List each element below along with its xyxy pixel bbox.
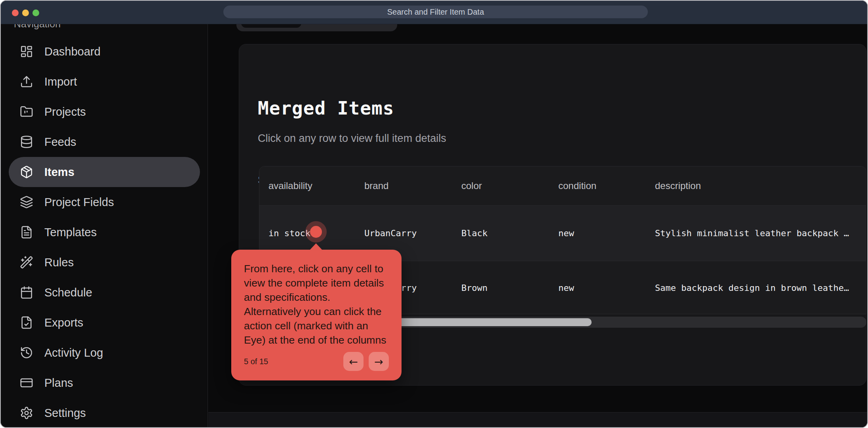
sidebar-item-activity-log[interactable]: Activity Log bbox=[9, 338, 200, 368]
column-header-color[interactable]: color bbox=[452, 180, 549, 191]
projects-icon bbox=[20, 105, 33, 118]
sidebar-item-label: Dashboard bbox=[44, 45, 101, 58]
sidebar-item-import[interactable]: Import bbox=[9, 67, 200, 97]
cell-condition[interactable]: new bbox=[549, 228, 646, 238]
dashboard-icon bbox=[20, 45, 33, 58]
minimize-window-button[interactable] bbox=[22, 10, 29, 16]
column-header-description[interactable]: description bbox=[646, 180, 866, 191]
feeds-icon bbox=[20, 135, 33, 149]
column-header-condition[interactable]: condition bbox=[549, 180, 646, 191]
tour-highlight-dot bbox=[310, 226, 322, 238]
sidebar-item-rules[interactable]: Rules bbox=[9, 247, 200, 277]
sidebar-nav: Dashboard Import Projects Feeds bbox=[1, 36, 208, 428]
tour-highlight-dot-ring bbox=[305, 221, 327, 243]
sidebar-item-exports[interactable]: Exports bbox=[9, 308, 200, 338]
cell-color[interactable]: Brown bbox=[452, 283, 549, 293]
schedule-icon bbox=[20, 286, 33, 299]
sidebar-item-schedule[interactable]: Schedule bbox=[9, 277, 200, 308]
sidebar-item-projects[interactable]: Projects bbox=[9, 97, 200, 127]
items-icon bbox=[20, 165, 33, 179]
sidebar-item-label: Feeds bbox=[44, 136, 76, 149]
page-title: Merged Items bbox=[258, 97, 394, 119]
import-icon bbox=[20, 75, 33, 88]
sidebar-item-label: Activity Log bbox=[44, 346, 103, 359]
sidebar-item-plans[interactable]: Plans bbox=[9, 368, 200, 398]
sidebar-item-label: Plans bbox=[44, 376, 73, 390]
cell-description[interactable]: Stylish minimalist leather backpack … bbox=[646, 228, 866, 238]
tour-next-button[interactable]: → bbox=[369, 352, 389, 371]
sidebar-item-label: Items bbox=[44, 166, 74, 179]
sidebar-item-label: Templates bbox=[44, 226, 97, 239]
page-subtitle: Click on any row to view full item detai… bbox=[258, 132, 446, 145]
close-window-button[interactable] bbox=[12, 10, 19, 16]
tooltip-footer: 5 of 15 ← → bbox=[244, 352, 389, 371]
tour-prev-button[interactable]: ← bbox=[343, 352, 364, 371]
window-titlebar: Search and Filter Item Data bbox=[1, 1, 867, 24]
sidebar-item-dashboard[interactable]: Dashboard bbox=[9, 36, 200, 67]
zoom-window-button[interactable] bbox=[32, 10, 39, 16]
sidebar-item-feeds[interactable]: Feeds bbox=[9, 127, 200, 157]
tooltip-text: From here, click on any cell to view the… bbox=[244, 262, 389, 347]
rules-icon bbox=[20, 256, 33, 269]
sidebar-item-settings[interactable]: Settings bbox=[9, 398, 200, 428]
sidebar: Navigation Dashboard Import Projects bbox=[1, 1, 208, 428]
sidebar-item-label: Projects bbox=[44, 105, 86, 118]
exports-icon bbox=[20, 316, 33, 329]
column-header-brand[interactable]: brand bbox=[355, 180, 452, 191]
table-header-row: availability brand color condition descr… bbox=[259, 166, 866, 206]
app-window: Navigation Dashboard Import Projects bbox=[0, 0, 868, 428]
sidebar-item-templates[interactable]: Templates bbox=[9, 217, 200, 247]
sidebar-item-label: Project Fields bbox=[44, 196, 114, 209]
window-title-pill: Search and Filter Item Data bbox=[223, 6, 648, 18]
plans-icon bbox=[20, 376, 33, 390]
sidebar-item-label: Import bbox=[44, 75, 77, 88]
sidebar-item-label: Schedule bbox=[44, 286, 92, 299]
sidebar-item-items[interactable]: Items bbox=[9, 157, 200, 187]
templates-icon bbox=[20, 225, 33, 239]
tour-tooltip: From here, click on any cell to view the… bbox=[231, 250, 402, 380]
cell-brand[interactable]: UrbanCarry bbox=[355, 228, 452, 238]
activity-log-icon bbox=[20, 346, 33, 359]
column-header-availability[interactable]: availability bbox=[259, 180, 355, 191]
settings-icon bbox=[20, 406, 33, 420]
cell-condition[interactable]: new bbox=[549, 283, 646, 293]
arrow-right-icon: → bbox=[374, 355, 383, 368]
project-fields-icon bbox=[20, 195, 33, 209]
cell-color[interactable]: Black bbox=[452, 228, 549, 238]
tooltip-caret bbox=[310, 243, 322, 250]
sidebar-item-project-fields[interactable]: Project Fields bbox=[9, 187, 200, 217]
step-indicator: 5 of 15 bbox=[244, 357, 268, 366]
cell-description[interactable]: Same backpack design in brown leathe… bbox=[646, 283, 866, 293]
tooltip-buttons: ← → bbox=[343, 352, 389, 371]
window-title: Search and Filter Item Data bbox=[387, 8, 484, 17]
sidebar-item-label: Exports bbox=[44, 316, 83, 329]
sidebar-item-label: Rules bbox=[44, 256, 74, 269]
sidebar-item-label: Settings bbox=[44, 407, 86, 420]
lower-card-edge bbox=[208, 412, 867, 428]
arrow-left-icon: ← bbox=[349, 355, 358, 368]
